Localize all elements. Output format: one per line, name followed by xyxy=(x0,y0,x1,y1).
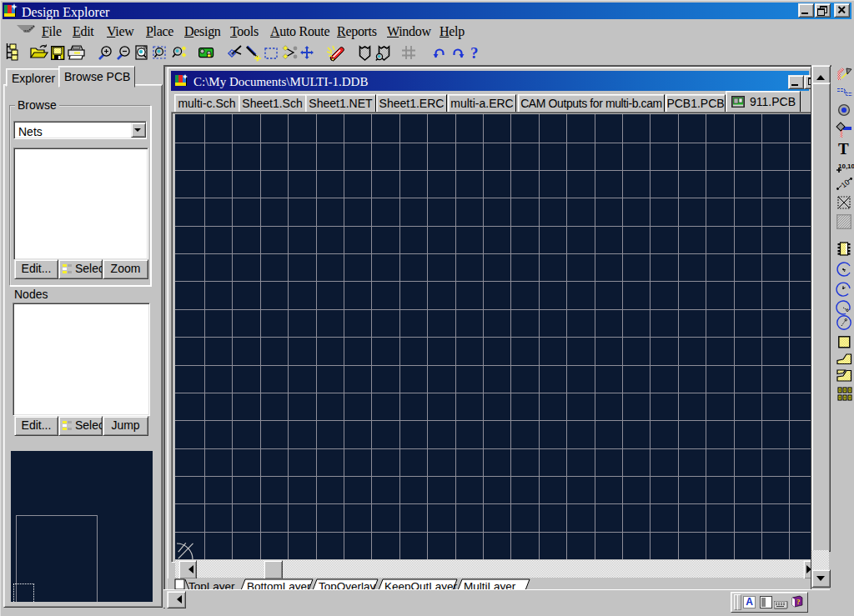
svg-text:T: T xyxy=(838,140,849,158)
svg-text:10,10: 10,10 xyxy=(838,163,854,170)
svg-text:?: ? xyxy=(470,44,479,62)
svg-text:?: ? xyxy=(796,598,801,606)
